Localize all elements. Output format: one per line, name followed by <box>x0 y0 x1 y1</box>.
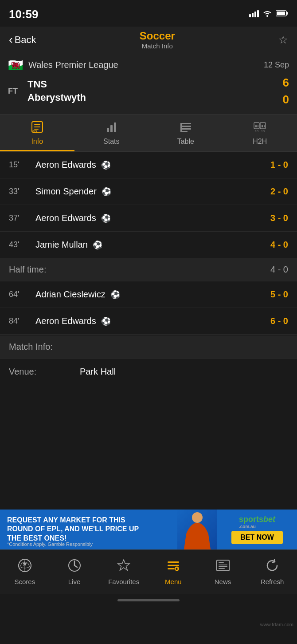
live-icon <box>67 558 82 576</box>
ad-disclaimer: *Conditions Apply. Gamble Responsibly <box>0 541 100 549</box>
tab-table-label: Table <box>177 138 194 146</box>
nav-item-live[interactable]: Live <box>50 550 99 594</box>
svg-marker-37 <box>118 560 129 570</box>
nav-item-menu[interactable]: Menu <box>148 550 198 594</box>
wifi-icon <box>262 10 272 19</box>
event-player: Aeron Edwards ⚽ <box>31 160 270 170</box>
event-score: 2 - 0 <box>270 186 288 197</box>
svg-rect-22 <box>255 125 257 127</box>
svg-rect-1 <box>252 13 254 17</box>
event-time: 64' <box>9 290 31 299</box>
svg-rect-10 <box>34 126 40 127</box>
score-row: FT TNS Aberystwyth 6 0 <box>8 75 289 108</box>
svg-rect-26 <box>262 125 263 127</box>
tab-h2h[interactable]: 10 10 H2H <box>223 115 297 151</box>
event-score: 3 - 0 <box>270 213 288 223</box>
halftime-row: Half time: 4 - 0 <box>0 258 297 281</box>
tab-stats[interactable]: Stats <box>74 115 149 151</box>
nav-bar: ‹ Back Soccer Match Info ☆ <box>0 27 297 53</box>
league-left: 🏴󠁧󠁢󠁷󠁬󠁳󠁿 Wales Premier League <box>8 59 118 70</box>
sportsbet-logo: sportsbet .com.au <box>239 515 275 529</box>
svg-rect-15 <box>114 122 116 132</box>
stats-icon <box>105 121 117 136</box>
info-icon: 3D <box>31 121 43 136</box>
event-score: 6 - 0 <box>270 316 288 326</box>
favourite-button[interactable]: ☆ <box>278 34 288 46</box>
ad-banner[interactable]: REQUEST ANY MARKET FOR THISROUND OF EPL,… <box>0 510 297 549</box>
nav-title-sub: Match Info <box>140 42 175 50</box>
svg-rect-17 <box>180 126 191 127</box>
event-row: 15' Aeron Edwards ⚽ 1 - 0 <box>0 152 297 178</box>
teams: TNS Aberystwyth <box>24 78 283 105</box>
event-time: 15' <box>9 160 31 170</box>
scores-icon <box>17 558 32 576</box>
svg-point-4 <box>266 15 268 17</box>
svg-rect-44 <box>217 560 229 571</box>
tab-info-label: Info <box>31 138 43 146</box>
event-time: 37' <box>9 213 31 223</box>
event-row: 37' Aeron Edwards ⚽ 3 - 0 <box>0 205 297 232</box>
home-score: 6 <box>283 75 289 91</box>
halftime-score: 4 - 0 <box>270 265 288 275</box>
event-score: 4 - 0 <box>270 240 288 250</box>
refresh-label: Refresh <box>261 578 284 585</box>
svg-rect-40 <box>168 568 175 569</box>
ad-right[interactable]: sportsbet .com.au BET NOW <box>217 510 297 549</box>
status-time: 10:59 <box>9 8 39 21</box>
menu-icon <box>166 558 181 576</box>
favourites-label: Favourites <box>108 578 139 585</box>
back-label: Back <box>15 34 36 46</box>
nav-title: Soccer Match Info <box>140 30 175 50</box>
back-button[interactable]: ‹ Back <box>9 33 36 47</box>
event-score: 5 - 0 <box>270 289 288 300</box>
svg-point-29 <box>192 512 203 523</box>
svg-rect-20 <box>180 123 182 132</box>
status-bar: 10:59 <box>0 0 297 27</box>
tab-table[interactable]: Table <box>148 115 223 151</box>
tab-info[interactable]: 3D Info <box>0 115 74 151</box>
nav-item-news[interactable]: News <box>198 550 248 594</box>
section-header: Match Info: <box>0 336 297 359</box>
ad-text: REQUEST ANY MARKET FOR THISROUND OF EPL,… <box>7 516 170 543</box>
home-indicator <box>0 594 297 607</box>
ad-player-image <box>177 510 217 549</box>
svg-rect-27 <box>264 125 265 127</box>
away-score: 0 <box>283 91 289 107</box>
svg-text:10: 10 <box>255 130 258 133</box>
halftime-label: Half time: <box>9 265 270 275</box>
svg-rect-13 <box>107 128 109 132</box>
svg-rect-45 <box>219 562 224 563</box>
event-time: 84' <box>9 316 31 326</box>
wales-flag: 🏴󠁧󠁢󠁷󠁬󠁳󠁿 <box>8 59 24 70</box>
events-list: 15' Aeron Edwards ⚽ 1 - 0 33' Simon Spen… <box>0 152 297 335</box>
tabs: 3D Info Stats Table <box>0 115 297 152</box>
svg-rect-43 <box>176 569 178 569</box>
svg-rect-16 <box>180 123 191 124</box>
event-time: 43' <box>9 240 31 249</box>
empty-space <box>0 385 297 510</box>
news-label: News <box>215 578 231 585</box>
nav-item-refresh[interactable]: Refresh <box>247 550 297 594</box>
bottom-nav: Scores Live Favourites <box>0 549 297 594</box>
svg-rect-9 <box>34 124 40 125</box>
event-player: Aeron Edwards ⚽ <box>31 316 270 326</box>
event-score: 1 - 0 <box>270 160 288 170</box>
nav-item-scores[interactable]: Scores <box>0 550 50 594</box>
svg-text:3D: 3D <box>32 129 37 133</box>
nav-item-favourites[interactable]: Favourites <box>99 550 148 594</box>
event-row: 33' Simon Spender ⚽ 2 - 0 <box>0 178 297 205</box>
home-bar <box>117 599 180 601</box>
event-player: Aeron Edwards ⚽ <box>31 213 270 223</box>
event-time: 33' <box>9 187 31 196</box>
bet-now-button[interactable]: BET NOW <box>231 531 283 544</box>
table-icon <box>180 121 192 136</box>
scores: 6 0 <box>283 75 289 108</box>
match-info-section: Match Info: Venue: Park Hall <box>0 336 297 385</box>
svg-rect-39 <box>168 565 179 566</box>
svg-text:10: 10 <box>261 130 265 133</box>
event-player: Jamie Mullan ⚽ <box>31 240 270 250</box>
match-header: 🏴󠁧󠁢󠁷󠁬󠁳󠁿 Wales Premier League 12 Sep FT T… <box>0 53 297 115</box>
venue-value: Park Hall <box>80 367 116 377</box>
nav-title-main: Soccer <box>140 30 175 42</box>
refresh-icon <box>265 558 280 576</box>
